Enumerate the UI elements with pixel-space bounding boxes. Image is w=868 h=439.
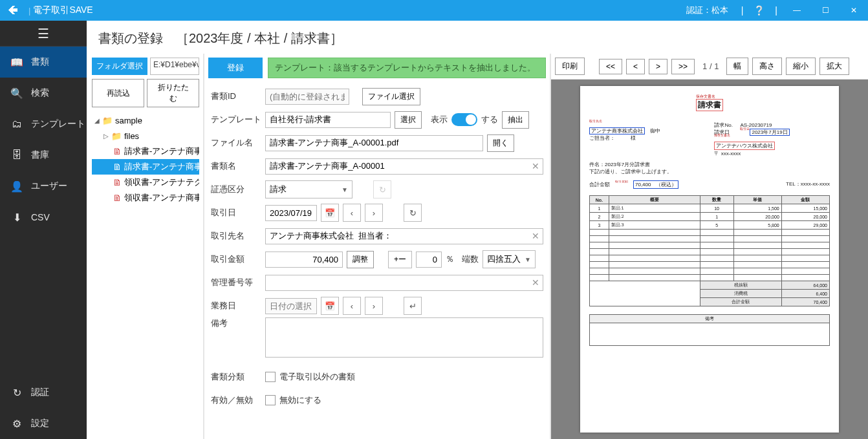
template-field[interactable] bbox=[265, 112, 391, 128]
date-next-button[interactable]: › bbox=[365, 204, 383, 222]
form-panel: 登録 テンプレート：該当するテンプレートからテキストを抽出しました。 書類ID … bbox=[204, 54, 551, 439]
fit-width-button[interactable]: 幅 bbox=[726, 58, 748, 75]
tree-file[interactable]: 🗎領収書-アンテナテクノロジ bbox=[92, 175, 199, 190]
label-tx-date: 取引日 bbox=[211, 207, 261, 219]
label-voucher: 証憑区分 bbox=[211, 184, 261, 195]
ctrl-no-field[interactable] bbox=[265, 275, 543, 291]
tree-file[interactable]: 🗎領収書-アンテナ商事_A bbox=[92, 190, 199, 206]
clear-icon[interactable]: ✕ bbox=[532, 161, 539, 171]
sidebar-item-label: ユーザー bbox=[31, 180, 67, 192]
folder-select-button[interactable]: フォルダ選択 bbox=[92, 58, 147, 75]
preview-toolbar: 印刷 << < > >> 1 / 1 幅 高さ 縮小 拡大 bbox=[551, 54, 868, 80]
preview-viewport[interactable]: 保存文書名 請求書 取引先名 アンテナ商事株式会社 御中 ご担当者： 様 請求N… bbox=[551, 80, 868, 439]
calendar-icon[interactable]: 📅 bbox=[321, 297, 339, 315]
doc-title: 請求書 bbox=[696, 99, 723, 111]
fit-height-button[interactable]: 高さ bbox=[752, 58, 782, 75]
tx-date-field[interactable] bbox=[265, 205, 317, 221]
collapse-button[interactable]: 折りたたむ bbox=[147, 79, 199, 107]
next-page-button[interactable]: > bbox=[649, 59, 667, 74]
minimize-button[interactable]: — bbox=[783, 0, 811, 21]
extract-button[interactable]: 抽出 bbox=[502, 111, 529, 129]
doc-id-field bbox=[265, 89, 349, 105]
clear-icon[interactable]: ✕ bbox=[532, 277, 539, 288]
category-checkbox[interactable] bbox=[265, 372, 276, 382]
fraction-select[interactable]: 四捨五入▼ bbox=[483, 250, 536, 268]
tree-folder[interactable]: ◢📁sample bbox=[92, 112, 199, 128]
biz-date-field[interactable] bbox=[265, 298, 317, 314]
label-category: 書類分類 bbox=[211, 371, 261, 383]
last-page-button[interactable]: >> bbox=[671, 59, 695, 74]
amount-field[interactable] bbox=[265, 252, 343, 268]
app-title: 電子取引SAVE bbox=[33, 5, 92, 16]
tree-file[interactable]: 🗎請求書-アンテナ商事2_A bbox=[92, 144, 199, 159]
sidebar-item-label: 認証 bbox=[31, 387, 49, 398]
template-message: テンプレート：該当するテンプレートからテキストを抽出しました。 bbox=[268, 58, 546, 78]
refresh-icon[interactable]: ↻ bbox=[404, 204, 422, 222]
partner-field[interactable] bbox=[265, 228, 543, 244]
page-title: 書類の登録 ［2023年度 / 本社 / 請求書］ bbox=[87, 21, 868, 54]
show-toggle[interactable] bbox=[451, 113, 477, 126]
help-icon[interactable]: ❔ bbox=[754, 5, 765, 16]
hamburger-icon[interactable]: ☰ bbox=[0, 21, 87, 47]
clear-icon[interactable]: ✕ bbox=[532, 231, 539, 241]
prev-page-button[interactable]: < bbox=[626, 59, 645, 74]
filename-field[interactable] bbox=[265, 135, 483, 151]
calendar-icon[interactable]: 📅 bbox=[321, 204, 339, 222]
reload-button[interactable]: 再読込 bbox=[92, 79, 144, 107]
folder-panel: フォルダ選択 E:¥D1¥ebe¥v20 再読込 折りたたむ ◢📁sample … bbox=[87, 54, 204, 439]
sidebar-item-search[interactable]: 🔍 検索 bbox=[0, 78, 87, 109]
label-doc-id: 書類ID bbox=[211, 91, 261, 102]
label-enabled: 有効／無効 bbox=[211, 394, 261, 406]
sidebar-item-label: 書庫 bbox=[31, 149, 49, 161]
label-ctrl-no: 管理番号等 bbox=[211, 277, 261, 288]
title-separator: | bbox=[28, 6, 30, 16]
sidebar-item-users[interactable]: 👤 ユーザー bbox=[0, 171, 87, 202]
sidebar-item-documents[interactable]: 📖 書類 bbox=[0, 47, 87, 78]
first-page-button[interactable]: << bbox=[599, 59, 622, 74]
label-template: テンプレート bbox=[211, 114, 261, 125]
date-prev-button[interactable]: ‹ bbox=[343, 204, 361, 222]
zoom-out-button[interactable]: 縮小 bbox=[786, 58, 816, 75]
close-button[interactable]: ✕ bbox=[840, 0, 868, 21]
enabled-checkbox[interactable] bbox=[265, 395, 276, 405]
template-icon: 🗂 bbox=[10, 118, 23, 130]
auth-label: 認証：松本 bbox=[686, 5, 728, 16]
label-remarks: 備考 bbox=[211, 317, 261, 329]
sidebar-item-label: 検索 bbox=[31, 87, 49, 99]
percent-field[interactable] bbox=[416, 252, 442, 268]
sidebar: ☰ 📖 書類 🔍 検索 🗂 テンプレート 🗄 書庫 👤 ユーザー ⬇ CSV ↻ bbox=[0, 21, 87, 439]
refresh-icon: ↻ bbox=[373, 180, 391, 198]
tree-folder[interactable]: ▷📁files bbox=[92, 128, 199, 144]
sidebar-item-auth[interactable]: ↻ 認証 bbox=[0, 377, 87, 408]
docname-field[interactable] bbox=[265, 158, 543, 175]
label-docname: 書類名 bbox=[211, 160, 261, 172]
print-button[interactable]: 印刷 bbox=[555, 58, 585, 75]
template-select-button[interactable]: 選択 bbox=[395, 111, 422, 129]
open-button[interactable]: 開く bbox=[487, 134, 514, 152]
sidebar-item-csv[interactable]: ⬇ CSV bbox=[0, 202, 87, 233]
sidebar-item-templates[interactable]: 🗂 テンプレート bbox=[0, 109, 87, 140]
remarks-field[interactable] bbox=[265, 317, 543, 358]
adjust-button[interactable]: 調整 bbox=[347, 251, 374, 268]
sidebar-item-archive[interactable]: 🗄 書庫 bbox=[0, 140, 87, 171]
file-select-button[interactable]: ファイル選択 bbox=[362, 88, 420, 105]
enter-icon[interactable]: ↵ bbox=[404, 297, 422, 315]
sidebar-item-label: テンプレート bbox=[31, 118, 85, 130]
fraction-label: 端数 bbox=[462, 253, 479, 265]
date-prev-button[interactable]: ‹ bbox=[343, 297, 361, 315]
date-next-button[interactable]: › bbox=[365, 297, 383, 315]
tree-file[interactable]: 🗎請求書-アンテナ商事_A bbox=[92, 159, 199, 175]
sidebar-item-label: CSV bbox=[31, 212, 50, 222]
download-icon: ⬇ bbox=[10, 211, 23, 224]
zoom-in-button[interactable]: 拡大 bbox=[819, 58, 849, 75]
maximize-button[interactable]: ☐ bbox=[811, 0, 840, 21]
plus-minus[interactable]: +ー bbox=[388, 251, 412, 268]
label-biz-date: 業務日 bbox=[211, 300, 261, 312]
folder-path: E:¥D1¥ebe¥v20 bbox=[150, 58, 199, 75]
user-icon: 👤 bbox=[10, 180, 23, 193]
title-bar: 🡸 | 電子取引SAVE 認証：松本 | ❔ | — ☐ ✕ bbox=[0, 0, 868, 21]
sidebar-item-settings[interactable]: ⚙ 設定 bbox=[0, 408, 87, 439]
register-button[interactable]: 登録 bbox=[208, 58, 263, 78]
back-button[interactable]: 🡸 bbox=[0, 5, 26, 16]
voucher-select[interactable]: 請求▼ bbox=[265, 180, 353, 198]
